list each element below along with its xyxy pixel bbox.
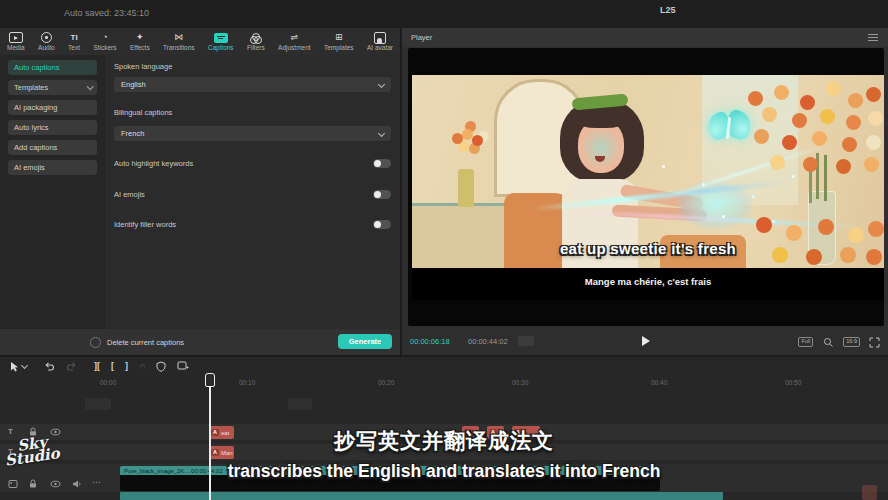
generate-button[interactable]: Generate [338, 334, 392, 349]
toolbar-templates[interactable]: ⊞ Templates [324, 32, 354, 51]
toolbar-media[interactable]: Media [7, 32, 25, 51]
play-button[interactable] [642, 336, 650, 346]
full-preview-button[interactable]: Full [798, 337, 813, 347]
chevron-down-icon [21, 361, 28, 368]
toolbar-media-label: Media [7, 44, 25, 51]
bottom-right-flowers [756, 217, 772, 233]
left-vase [458, 169, 474, 207]
toolbar-effects[interactable]: ✦ Effects [130, 32, 150, 51]
audio-icon [41, 32, 52, 43]
time-options-badge[interactable] [518, 336, 534, 346]
auto-captions-panel: Spoken language English Bilingual captio… [105, 55, 400, 329]
stickers-icon: ◔ [102, 32, 107, 43]
right-bouquet [748, 91, 763, 106]
chevron-down-icon [378, 80, 385, 87]
ruler-tick: 00:00 [100, 379, 116, 386]
redo-icon[interactable] [66, 361, 77, 371]
sidebar-item-ai-emojis[interactable]: AI emojis [8, 160, 97, 175]
sidebar-item-add-captions[interactable]: Add captions [8, 140, 97, 155]
toolbar-audio[interactable]: Audio [38, 32, 55, 51]
ruler-tick: 00:20 [378, 379, 394, 386]
text-icon: TI [71, 32, 78, 43]
playhead-handle[interactable] [205, 373, 215, 387]
generate-button-label: Generate [349, 337, 382, 346]
toolbar-ai-avatar-label: AI avatar [367, 44, 393, 51]
identify-filler-words-toggle[interactable] [373, 220, 391, 229]
delete-left-icon[interactable]: [ [111, 362, 114, 371]
toolbar-filters[interactable]: Filters [247, 32, 265, 51]
toolbar-stickers[interactable]: ◔ Stickers [93, 32, 116, 51]
bilingual-captions-select[interactable]: French [114, 126, 391, 141]
toolbar-transitions-label: Transitions [163, 44, 195, 51]
sidebar-templates-label: Templates [14, 83, 48, 92]
ai-emojis-label: AI emojis [114, 190, 145, 199]
toolbar-transitions[interactable]: ⋈ Transitions [163, 32, 195, 51]
select-tool-icon[interactable] [10, 361, 27, 372]
toggle-knob [374, 191, 381, 198]
toolbar-ai-avatar[interactable]: AI avatar [367, 32, 393, 51]
templates-icon: ⊞ [335, 32, 343, 43]
toolbar-adjustment[interactable]: ⇌ Adjustment [278, 32, 311, 51]
left-bouquet [452, 133, 463, 144]
ruler-tick: 00:40 [651, 379, 667, 386]
ai-emojis-toggle[interactable] [373, 190, 391, 199]
sidebar-auto-lyrics-label: Auto lyrics [14, 123, 49, 132]
titlebar: Auto saved: 23:45:10 L25 [0, 0, 888, 28]
sidebar-item-templates[interactable]: Templates [8, 80, 97, 95]
delete-right-icon[interactable]: ] [125, 362, 128, 371]
auto-highlight-keywords-toggle[interactable] [373, 159, 391, 168]
ruler-tick: 00:30 [512, 379, 528, 386]
effects-icon: ✦ [136, 32, 144, 43]
chevron-down-icon [378, 129, 385, 136]
video-caption-secondary: Mange ma chérie, c'est frais [412, 276, 884, 287]
mask-shield-icon[interactable] [156, 361, 166, 372]
toolbar-effects-label: Effects [130, 44, 150, 51]
identify-filler-words-label: Identify filler words [114, 220, 176, 229]
timeline-toolbar: ][ [ ] ∩ [0, 357, 888, 375]
spoken-language-select[interactable]: English [114, 77, 391, 92]
toggle-knob [374, 221, 381, 228]
fullscreen-icon[interactable] [869, 337, 880, 348]
captions-icon [214, 32, 228, 43]
chevron-down-icon [87, 83, 94, 90]
toolbar-filters-label: Filters [247, 44, 265, 51]
toolbar-captions[interactable]: Captions [208, 32, 234, 51]
caption-clip [862, 485, 877, 500]
overlay-subtitle-english: transcribes the English and translates i… [0, 461, 888, 482]
split-clip-icon[interactable]: ][ [94, 362, 100, 371]
sparkles [662, 165, 665, 168]
captions-panel-footer: Delete current captions Generate [0, 329, 400, 355]
delete-current-captions-checkbox[interactable] [90, 337, 101, 348]
toolbar-stickers-label: Stickers [93, 44, 116, 51]
face-glow [580, 127, 622, 169]
ruler-tick: 00:50 [785, 379, 801, 386]
sidebar-item-auto-lyrics[interactable]: Auto lyrics [8, 120, 97, 135]
toggle-knob [374, 160, 381, 167]
undo-icon[interactable] [44, 361, 55, 371]
magnet-icon[interactable]: ∩ [139, 362, 145, 371]
add-frame-icon[interactable] [177, 361, 189, 371]
sidebar-ai-emojis-label: AI emojis [14, 163, 45, 172]
current-time: 00:00:06:18 [410, 337, 450, 346]
adjustment-icon: ⇌ [291, 32, 299, 43]
total-duration: 00:00:44:02 [468, 337, 508, 346]
right-stems [816, 153, 819, 199]
player-header: Player [402, 28, 888, 47]
player-menu-icon[interactable] [868, 34, 878, 41]
ghost-clip [288, 398, 312, 410]
sidebar-item-auto-captions[interactable]: Auto captions [8, 60, 97, 75]
overlay-subtitle-chinese: 抄写英文并翻译成法文 [0, 427, 888, 455]
filters-icon [250, 32, 261, 43]
auto-highlight-keywords-label: Auto highlight keywords [114, 159, 193, 168]
captions-sidebar: Auto captions Templates AI packaging Aut… [0, 55, 105, 329]
main-toolbar: Media Audio TI Text ◔ Stickers ✦ Effects… [0, 28, 400, 55]
sidebar-item-ai-packaging[interactable]: AI packaging [8, 100, 97, 115]
ai-avatar-icon [374, 32, 386, 43]
sidebar-add-captions-label: Add captions [14, 143, 57, 152]
toolbar-text[interactable]: TI Text [68, 32, 80, 51]
app-window: Auto saved: 23:45:10 L25 Media Audio TI … [0, 0, 888, 500]
zoom-fit-icon[interactable] [822, 336, 834, 348]
ruler-tick: 00:10 [239, 379, 255, 386]
timeline-ruler[interactable]: 00:00 00:10 00:20 00:30 00:40 00:50 [0, 375, 888, 392]
aspect-ratio-button[interactable]: 16:9 [843, 337, 860, 347]
